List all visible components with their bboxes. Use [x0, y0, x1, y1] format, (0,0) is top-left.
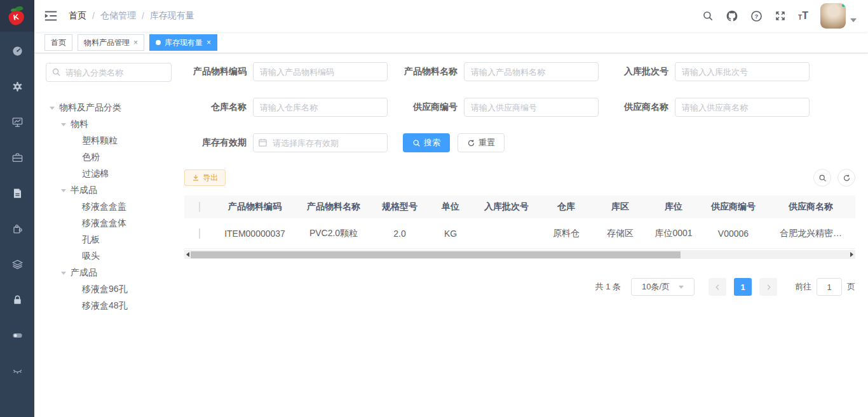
chevron-down-icon — [850, 18, 857, 22]
refresh-table-button[interactable] — [837, 169, 855, 187]
tree-node[interactable]: 移液盒96孔 — [46, 281, 174, 298]
category-search-input[interactable] — [46, 63, 172, 82]
page-number-current[interactable]: 1 — [734, 278, 752, 296]
field-label: 产品物料编码 — [184, 66, 253, 77]
tree-node[interactable]: 吸头 — [46, 248, 174, 265]
font-size-button[interactable]: TT — [798, 11, 808, 21]
breadcrumb-warehouse: 仓储管理 — [100, 10, 136, 22]
prev-page-button[interactable] — [709, 278, 726, 296]
tab-material-product[interactable]: 物料产品管理 × — [78, 34, 144, 51]
tree-node[interactable]: 过滤棉 — [46, 166, 174, 182]
select-all-checkbox[interactable] — [199, 202, 200, 212]
tree-node-finished[interactable]: 产成品 — [46, 265, 174, 281]
tree-node-material[interactable]: 物料 — [46, 116, 174, 133]
column-header: 单位 — [427, 201, 474, 213]
sidebar-item-document[interactable] — [0, 175, 34, 211]
table-row[interactable]: ITEM00000037 PVC2.0颗粒 2.0 KG 原料仓 存储区 库位0… — [184, 218, 855, 249]
puzzle-icon — [11, 223, 24, 235]
cell-location: 库位0001 — [647, 228, 700, 239]
tree-node[interactable]: 移液盒盒盖 — [46, 199, 174, 215]
column-header: 供应商名称 — [766, 201, 855, 213]
sidebar-item-monitor[interactable] — [0, 104, 34, 140]
sidebar-item-eye-closed[interactable] — [0, 353, 34, 388]
scroll-left-arrow-icon[interactable] — [186, 252, 189, 257]
breadcrumb-home[interactable]: 首页 — [69, 10, 86, 22]
page-size-select[interactable]: 10条/页 — [631, 278, 695, 296]
scrollbar-thumb[interactable] — [191, 251, 681, 258]
reset-button-label: 重置 — [478, 137, 495, 149]
export-button-label: 导出 — [203, 173, 218, 183]
tree-node-semifinished[interactable]: 半成品 — [46, 182, 174, 199]
caret-down-icon[interactable] — [61, 272, 66, 275]
field-label: 入库批次号 — [606, 66, 675, 77]
caret-down-icon[interactable] — [61, 189, 66, 192]
tree-node-label: 移液盒96孔 — [82, 284, 128, 295]
batch-no-input[interactable] — [675, 62, 810, 81]
item-code-input[interactable] — [253, 62, 388, 81]
column-header: 供应商编号 — [700, 201, 766, 213]
goto-page-input[interactable] — [817, 278, 842, 296]
tree-node-root[interactable]: 物料及产品分类 — [46, 100, 174, 116]
supplier-code-input[interactable] — [464, 98, 599, 117]
sidebar-item-dashboard[interactable] — [0, 33, 34, 69]
close-icon[interactable]: × — [207, 38, 211, 47]
expiry-date-input[interactable] — [253, 133, 388, 152]
column-header: 产品物料名称 — [295, 201, 372, 213]
tree-node[interactable]: 色粉 — [46, 149, 174, 166]
tree-node-label: 塑料颗粒 — [82, 135, 118, 147]
main-panel: 产品物料编码 产品物料名称 入库批次号 仓库名称 — [180, 53, 868, 417]
supplier-name-input[interactable] — [675, 98, 810, 117]
row-checkbox[interactable] — [199, 228, 200, 239]
search-button[interactable]: 搜索 — [403, 133, 450, 152]
tab-home[interactable]: 首页 — [44, 34, 72, 51]
tree-node[interactable]: 移液盒48孔 — [46, 298, 174, 314]
item-name-input[interactable] — [464, 62, 599, 81]
breadcrumb-current: 库存现有量 — [150, 10, 194, 22]
sidebar-item-toggle[interactable] — [0, 317, 34, 353]
user-menu[interactable] — [820, 3, 857, 29]
toggle-search-button[interactable] — [813, 169, 831, 187]
sidebar-toggle-button[interactable] — [44, 10, 57, 22]
github-link[interactable] — [726, 10, 738, 22]
sidebar-item-settings[interactable] — [0, 69, 34, 104]
avatar[interactable] — [820, 3, 846, 29]
chevron-down-icon — [679, 286, 684, 289]
scroll-right-arrow-icon[interactable] — [850, 252, 853, 257]
sidebar-item-lock[interactable] — [0, 282, 34, 317]
category-tree: 物料及产品分类 物料 塑料颗粒 色粉 过滤棉 半成品 移液盒盒盖 移液盒盒体 孔… — [46, 100, 174, 314]
column-header: 规格型号 — [372, 201, 427, 213]
sidebar-item-layers[interactable] — [0, 246, 34, 282]
tab-stock-on-hand[interactable]: 库存现有量 × — [149, 34, 217, 51]
close-icon[interactable]: × — [133, 38, 138, 47]
strawberry-logo-icon: K — [8, 6, 27, 26]
help-button[interactable]: ? — [750, 10, 763, 22]
tree-node[interactable]: 塑料颗粒 — [46, 133, 174, 149]
next-page-button[interactable] — [759, 278, 777, 296]
header-search-button[interactable] — [702, 10, 714, 22]
horizontal-scrollbar[interactable] — [184, 250, 855, 259]
column-header: 仓库 — [539, 201, 593, 213]
reset-button[interactable]: 重置 — [458, 133, 505, 152]
page-size-value: 10条/页 — [642, 281, 670, 293]
fullscreen-button[interactable] — [775, 10, 786, 22]
field-label: 供应商名称 — [606, 102, 675, 113]
app-logo[interactable]: K — [0, 0, 34, 32]
cell-supplier-name: 合肥龙兴精密… — [766, 228, 855, 239]
export-button[interactable]: 导出 — [184, 169, 226, 186]
cell-unit: KG — [427, 228, 474, 239]
sidebar-item-briefcase[interactable] — [0, 140, 34, 175]
tree-node[interactable]: 孔板 — [46, 232, 174, 248]
inventory-table: 产品物料编码 产品物料名称 规格型号 单位 入库批次号 仓库 库区 库位 供应商… — [184, 195, 855, 259]
goto-label: 前往 — [795, 281, 811, 293]
refresh-icon — [843, 174, 851, 182]
warehouse-name-input[interactable] — [253, 98, 388, 117]
top-navbar: 首页 / 仓储管理 / 库存现有量 ? TT — [34, 0, 868, 32]
sidebar-item-plugin[interactable] — [0, 211, 34, 246]
question-circle-icon: ? — [750, 10, 763, 22]
caret-down-icon[interactable] — [61, 123, 66, 126]
caret-down-icon[interactable] — [50, 107, 55, 110]
tree-node[interactable]: 移液盒盒体 — [46, 215, 174, 232]
breadcrumb-separator: / — [92, 11, 95, 21]
eye-closed-icon — [11, 365, 24, 377]
column-header: 产品物料编码 — [215, 201, 295, 213]
